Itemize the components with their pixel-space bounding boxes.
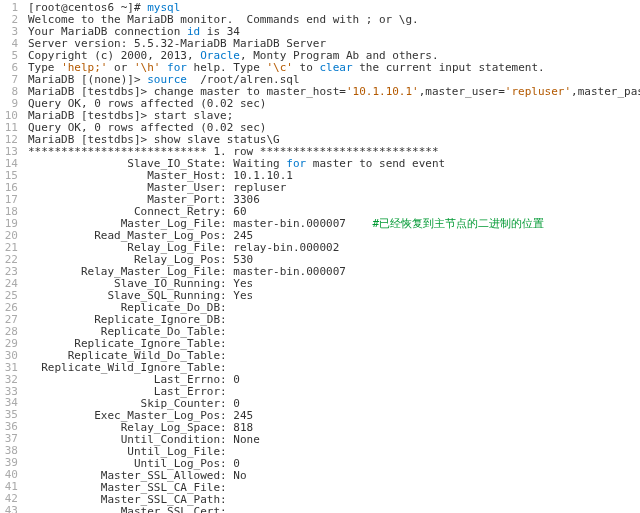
line-number: 43 (4, 505, 18, 513)
line-number: 30 (4, 350, 18, 362)
line-number: 18 (4, 206, 18, 218)
text-segment: master to send event (306, 157, 445, 170)
text-segment: the current input statement. (353, 61, 545, 74)
line-number: 19 (4, 218, 18, 230)
text-segment: ,master_passwo (571, 85, 640, 98)
code-editor: 1234567891011121314151617181920212223242… (0, 0, 640, 513)
text-segment: '10.1.10.1' (346, 85, 419, 98)
terminal-line: Master_SSL_Cert: (28, 506, 640, 513)
line-number: 12 (4, 134, 18, 146)
text-segment: ,master_user= (419, 85, 505, 98)
line-number: 31 (4, 362, 18, 374)
line-number: 25 (4, 290, 18, 302)
line-number: 20 (4, 230, 18, 242)
line-number: 16 (4, 182, 18, 194)
text-segment: #已经恢复到主节点的二进制的位置 (372, 217, 544, 230)
line-number: 22 (4, 254, 18, 266)
line-number: 26 (4, 302, 18, 314)
line-number: 21 (4, 242, 18, 254)
line-number: 29 (4, 338, 18, 350)
text-segment: clear (319, 61, 352, 74)
text-segment: 'repluser' (505, 85, 571, 98)
line-number-gutter: 1234567891011121314151617181920212223242… (0, 0, 26, 513)
terminal-output: [root@centos6 ~]# mysqlWelcome to the Ma… (26, 0, 640, 513)
line-number: 14 (4, 158, 18, 170)
line-number: 23 (4, 266, 18, 278)
line-number: 17 (4, 194, 18, 206)
text-segment: Master_SSL_Cert: (28, 505, 227, 513)
line-number: 15 (4, 170, 18, 182)
line-number: 24 (4, 278, 18, 290)
line-number: 27 (4, 314, 18, 326)
line-number: 32 (4, 374, 18, 386)
line-number: 28 (4, 326, 18, 338)
line-number: 13 (4, 146, 18, 158)
